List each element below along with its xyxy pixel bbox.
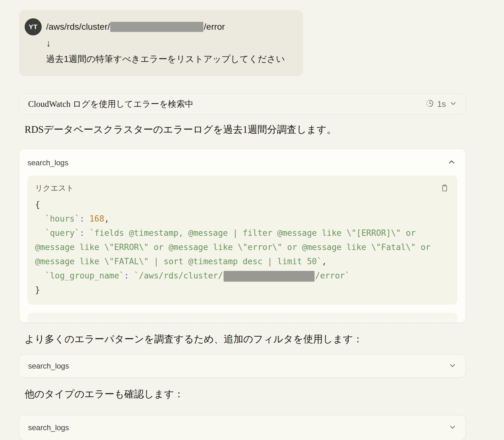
assistant-paragraph-1: RDSデータベースクラスターのエラーログを過去1週間分調査します。 <box>25 123 466 137</box>
redaction-block <box>110 22 203 32</box>
tool-name: search_logs <box>27 158 68 167</box>
down-arrow-glyph: ↓ <box>46 37 285 50</box>
request-json-code: { `hours`: 168, `query`: `fields @timest… <box>35 198 449 297</box>
clipboard-copy-icon[interactable] <box>440 184 449 192</box>
assistant-paragraph-2: より多くのエラーパターンを調査するため、追加のフィルタを使用します： <box>25 332 466 346</box>
request-panel-header: リクエスト <box>35 183 449 193</box>
chat-transcript: YT /aws/rds/cluster//error ↓ 過去1週間の特筆すべき… <box>19 0 466 440</box>
request-label: リクエスト <box>35 183 74 193</box>
user-avatar: YT <box>25 18 42 35</box>
redaction-block <box>224 271 315 282</box>
tool-name: search_logs <box>28 423 69 432</box>
user-request-text: 過去1週間の特筆すべきエラーをリストアップしてください <box>46 53 285 65</box>
tool-card-header[interactable]: search_logs <box>27 157 457 168</box>
chevron-down-icon[interactable] <box>448 423 457 432</box>
path-suffix: /error <box>204 21 225 33</box>
log-group-path: /aws/rds/cluster//error <box>46 21 285 33</box>
thinking-summary-label: CloudWatch ログを使用してエラーを検索中 <box>28 98 194 110</box>
path-prefix: /aws/rds/cluster/ <box>46 21 110 33</box>
chevron-up-icon[interactable] <box>447 158 456 168</box>
tool-card-search-logs-expanded: search_logs リクエスト { `hours`: 168, `query… <box>19 149 466 323</box>
response-panel-clipped <box>27 313 457 323</box>
tool-name: search_logs <box>28 362 69 370</box>
thinking-summary-bar[interactable]: CloudWatch ログを使用してエラーを検索中 1s <box>19 94 466 114</box>
tool-card-search-logs-collapsed-1[interactable]: search_logs <box>19 354 466 378</box>
tool-card-search-logs-collapsed-2[interactable]: search_logs <box>19 415 466 440</box>
thinking-meta: 1s <box>425 99 457 109</box>
user-message-body: /aws/rds/cluster//error ↓ 過去1週間の特筆すべきエラー… <box>46 18 285 65</box>
chevron-down-icon[interactable] <box>448 361 457 371</box>
elapsed-time-icon <box>425 99 434 109</box>
request-panel: リクエスト { `hours`: 168, `query`: `fields @… <box>27 175 457 305</box>
assistant-paragraph-3: 他のタイプのエラーも確認します： <box>25 387 466 401</box>
user-message-bubble: YT /aws/rds/cluster//error ↓ 過去1週間の特筆すべき… <box>19 10 303 76</box>
chevron-down-icon[interactable] <box>449 99 457 109</box>
thinking-duration: 1s <box>437 99 446 109</box>
